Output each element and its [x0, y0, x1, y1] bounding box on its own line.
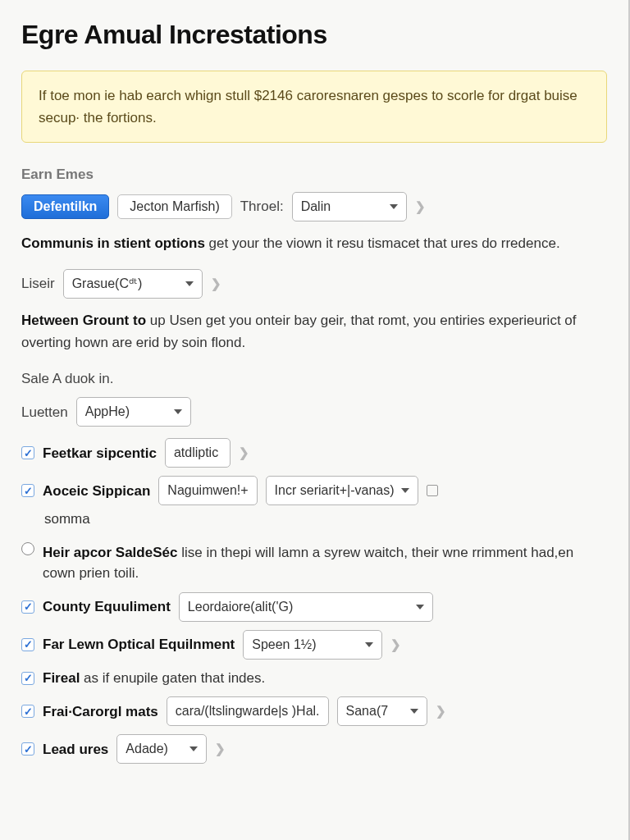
liseir-select-value: Grasue(Cᵈᵗ) — [72, 274, 143, 294]
frai-row: Frai·Carorgl mats cara/(ltslingwarde|s )… — [21, 696, 607, 726]
liseir-label: Liseir — [21, 273, 55, 294]
aoceic-row: Aoceic Sippican Naguimwen!+ Incr seriari… — [21, 476, 607, 505]
feetkar-label: Feetkar sipcentic — [43, 443, 157, 464]
aoceic-trailing: somma — [44, 509, 607, 530]
chevron-down-icon — [416, 605, 424, 609]
chevron-down-icon — [410, 709, 418, 714]
lead-row: Lead ures Adade) ❯ — [21, 734, 607, 764]
aoceic-select-value: Incr seriarit+|-vanas) — [275, 481, 395, 500]
sale-text: Sale A duok in. — [21, 368, 607, 390]
farlewn-row: Far Lewn Optical Equilnment Speen 1½) ❯ — [21, 630, 607, 660]
lead-checkbox[interactable] — [21, 742, 34, 756]
frai-select-value: Sana(7 — [346, 701, 389, 721]
county-select-value: Leordaiore(alit('G) — [188, 597, 293, 617]
feetkar-input-value: atdliptic — [174, 443, 218, 463]
jecton-marfish-button[interactable]: Jecton Marfish) — [117, 194, 231, 219]
county-label: County Equuliment — [43, 596, 171, 618]
aoceic-checkbox[interactable] — [21, 484, 34, 497]
hetween-paragraph: Hetween Grount to up Usen get you onteir… — [21, 310, 607, 354]
heir-bold: Heir apcor SaldeSéc — [43, 545, 177, 560]
frai-label: Frai·Carorgl mats — [43, 701, 158, 723]
farlewn-label: Far Lewn Optical Equilnment — [43, 634, 235, 655]
fireal-checkbox[interactable] — [21, 672, 34, 685]
frai-select[interactable]: Sana(7 — [337, 696, 427, 726]
frai-input[interactable]: cara/(ltslingwarde|s )Hal. — [167, 696, 329, 726]
fireal-bold: Fireal — [43, 670, 80, 686]
feetkar-row: Feetkar sipcentic atdliptic ❯ — [21, 438, 607, 468]
info-notice: If toe mon ie hab earch whign stull $214… — [21, 71, 607, 143]
throel-select[interactable]: Dalin — [292, 192, 407, 221]
feetkar-input[interactable]: atdliptic — [165, 438, 231, 468]
lead-label: Lead ures — [43, 739, 108, 760]
settings-panel: Egre Amual Increstations If toe mon ie h… — [0, 0, 630, 840]
farlewn-checkbox[interactable] — [21, 638, 34, 651]
chevron-down-icon — [185, 281, 194, 286]
throel-select-value: Dalin — [301, 197, 331, 217]
defentilkn-button[interactable]: Defentilkn — [21, 194, 109, 219]
county-checkbox[interactable] — [21, 600, 34, 614]
farlewn-select[interactable]: Speen 1½) — [243, 630, 382, 660]
communis-paragraph: Communis in stient options get your the … — [21, 233, 607, 254]
heir-row: Heir apcor SaldeSéc lise in thepi will l… — [21, 542, 607, 584]
help-icon[interactable]: ❯ — [415, 198, 426, 217]
help-icon[interactable]: ❯ — [436, 702, 446, 721]
chevron-down-icon — [401, 488, 409, 493]
county-select[interactable]: Leordaiore(alit('G) — [179, 592, 433, 622]
aoceic-label: Aoceic Sippican — [43, 481, 150, 502]
communis-rest: get your the viown it resu tismacet that… — [205, 235, 560, 251]
lead-select[interactable]: Adade) — [116, 734, 207, 764]
liseir-row: Liseir Grasue(Cᵈᵗ) ❯ — [21, 269, 607, 299]
help-icon[interactable]: ❯ — [239, 444, 249, 463]
luetten-select[interactable]: AppHe) — [76, 397, 191, 427]
heir-radio[interactable] — [21, 542, 34, 555]
earn-controls-row: Defentilkn Jecton Marfish) Throel: Dalin… — [21, 192, 607, 221]
help-icon[interactable]: ❯ — [215, 740, 226, 759]
chevron-down-icon — [174, 409, 182, 414]
liseir-select[interactable]: Grasue(Cᵈᵗ) — [63, 269, 203, 299]
aoceic-input-value: Naguimwen!+ — [167, 481, 248, 500]
luetten-label: Luetten — [21, 402, 68, 423]
aoceic-select[interactable]: Incr seriarit+|-vanas) — [266, 476, 418, 505]
county-row: County Equuliment Leordaiore(alit('G) — [21, 592, 607, 622]
help-icon[interactable]: ❯ — [211, 275, 221, 294]
chevron-down-icon — [365, 642, 373, 647]
hetween-bold: Hetween Grount to — [21, 313, 146, 328]
page-title: Egre Amual Increstations — [21, 15, 607, 54]
fireal-rest: as if enupile gaten that indes. — [80, 670, 265, 686]
chevron-down-icon — [189, 746, 198, 751]
farlewn-select-value: Speen 1½) — [252, 635, 316, 655]
luetten-row: Luetten AppHe) — [21, 397, 607, 427]
fireal-row: Fireal as if enupile gaten that indes. — [21, 668, 607, 689]
square-icon[interactable] — [427, 485, 438, 496]
communis-bold: Communis in stient options — [21, 235, 205, 251]
frai-input-value: cara/(ltslingwarde|s )Hal. — [176, 701, 320, 721]
feetkar-checkbox[interactable] — [21, 446, 34, 459]
luetten-select-value: AppHe) — [85, 402, 130, 422]
lead-select-value: Adade) — [126, 739, 168, 759]
chevron-down-icon — [390, 204, 398, 209]
frai-checkbox[interactable] — [21, 705, 34, 718]
help-icon[interactable]: ❯ — [390, 636, 401, 655]
throel-label: Throel: — [240, 196, 284, 217]
earn-section-label: Earn Emes — [21, 164, 607, 185]
aoceic-input[interactable]: Naguimwen!+ — [158, 476, 257, 505]
